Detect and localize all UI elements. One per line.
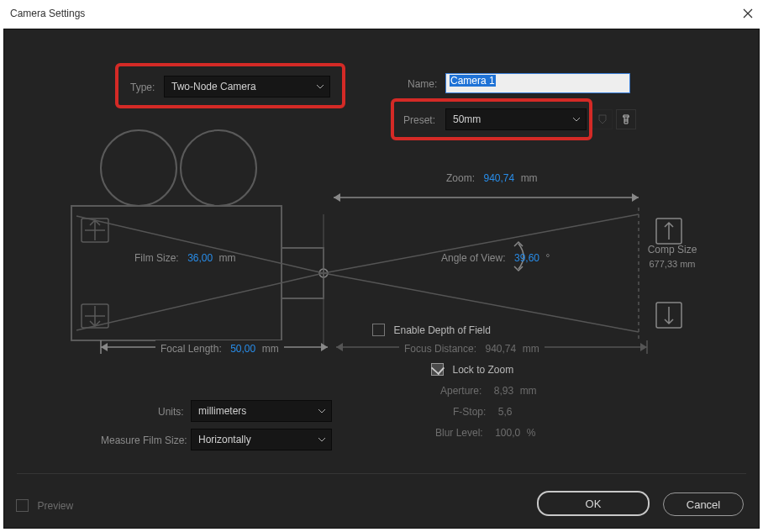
aperture-label: Aperture: bbox=[440, 385, 481, 397]
aperture-group: Aperture: 8,93 mm bbox=[440, 382, 537, 398]
chevron-down-icon bbox=[316, 84, 324, 89]
enable-dof-row[interactable]: Enable Depth of Field bbox=[372, 322, 491, 337]
ok-label: OK bbox=[586, 498, 602, 510]
lock-zoom-checkbox[interactable] bbox=[431, 363, 444, 376]
type-dropdown[interactable]: Two-Node Camera bbox=[164, 76, 330, 97]
measure-dropdown[interactable]: Horizontally bbox=[191, 429, 332, 450]
type-label: Type: bbox=[130, 82, 155, 93]
film-size-group: Film Size: 36,00 mm bbox=[134, 250, 236, 265]
svg-line-7 bbox=[76, 273, 324, 330]
aperture-unit: mm bbox=[520, 385, 537, 397]
chevron-down-icon bbox=[318, 408, 326, 413]
blur-value: 100,0 bbox=[495, 427, 520, 439]
film-size-value[interactable]: 36,00 bbox=[187, 252, 213, 264]
angle-unit: ° bbox=[545, 252, 550, 264]
units-label: Units: bbox=[158, 406, 184, 418]
focal-length-unit: mm bbox=[262, 343, 279, 355]
film-size-label: Film Size: bbox=[134, 252, 179, 264]
zoom-label: Zoom: bbox=[446, 172, 475, 184]
fstop-group: F-Stop: 5,6 bbox=[453, 403, 513, 419]
svg-point-0 bbox=[101, 130, 176, 206]
focus-distance-unit: mm bbox=[523, 343, 539, 355]
aperture-value: 8,93 bbox=[494, 385, 513, 397]
focus-distance-label: Focus Distance: bbox=[404, 343, 476, 355]
angle-label: Angle of View: bbox=[441, 252, 506, 264]
blur-label: Blur Level: bbox=[435, 427, 483, 439]
focal-length-group: Focal Length: 50,00 mm bbox=[155, 340, 284, 356]
cancel-label: Cancel bbox=[687, 498, 720, 511]
lock-zoom-row[interactable]: Lock to Zoom bbox=[431, 361, 513, 377]
enable-dof-label: Enable Depth of Field bbox=[393, 324, 490, 336]
preview-row[interactable]: Preview bbox=[16, 498, 73, 513]
dialog-panel: Type: Two-Node Camera Name: Camera 1 Pre… bbox=[3, 29, 760, 529]
units-value: millimeters bbox=[198, 405, 246, 417]
enable-dof-checkbox[interactable] bbox=[372, 324, 385, 336]
fstop-label: F-Stop: bbox=[453, 406, 486, 418]
measure-value: Horizontally bbox=[198, 434, 251, 445]
close-icon[interactable] bbox=[743, 8, 753, 18]
blur-unit: % bbox=[527, 427, 536, 439]
zoom-unit: mm bbox=[521, 172, 538, 184]
chevron-down-icon bbox=[318, 437, 326, 442]
zoom-value[interactable]: 940,74 bbox=[483, 172, 514, 184]
focus-distance-group: Focus Distance: 940,74 mm bbox=[399, 340, 545, 356]
comp-size-group: Comp Size 677,33 mm bbox=[643, 244, 702, 269]
divider bbox=[17, 473, 746, 474]
ok-button[interactable]: OK bbox=[537, 491, 650, 516]
focal-length-label: Focal Length: bbox=[160, 343, 222, 355]
lock-zoom-label: Lock to Zoom bbox=[452, 364, 513, 376]
comp-size-value: 677,33 mm bbox=[643, 259, 702, 269]
preview-checkbox[interactable] bbox=[16, 499, 29, 512]
angle-value[interactable]: 39,60 bbox=[514, 252, 539, 264]
cancel-button[interactable]: Cancel bbox=[663, 492, 744, 516]
name-label: Name: bbox=[408, 78, 437, 90]
name-value: Camera 1 bbox=[450, 75, 496, 87]
film-size-unit: mm bbox=[219, 252, 236, 264]
fstop-value: 5,6 bbox=[498, 406, 513, 418]
comp-size-label: Comp Size bbox=[643, 244, 702, 255]
focus-distance-value: 940,74 bbox=[486, 343, 517, 355]
focal-length-value[interactable]: 50,00 bbox=[230, 343, 255, 355]
svg-point-1 bbox=[181, 130, 256, 206]
preview-label: Preview bbox=[37, 500, 73, 512]
window-title: Camera Settings bbox=[10, 8, 85, 19]
blur-group: Blur Level: 100,0 % bbox=[435, 424, 535, 440]
name-input[interactable]: Camera 1 bbox=[445, 73, 630, 93]
units-dropdown[interactable]: millimeters bbox=[191, 400, 332, 422]
zoom-group: Zoom: 940,74 mm bbox=[441, 170, 543, 185]
title-bar: Camera Settings bbox=[0, 0, 763, 27]
measure-label: Measure Film Size: bbox=[101, 435, 187, 446]
type-value: Two-Node Camera bbox=[171, 81, 256, 92]
angle-group: Angle of View: 39,60 ° bbox=[441, 250, 550, 265]
